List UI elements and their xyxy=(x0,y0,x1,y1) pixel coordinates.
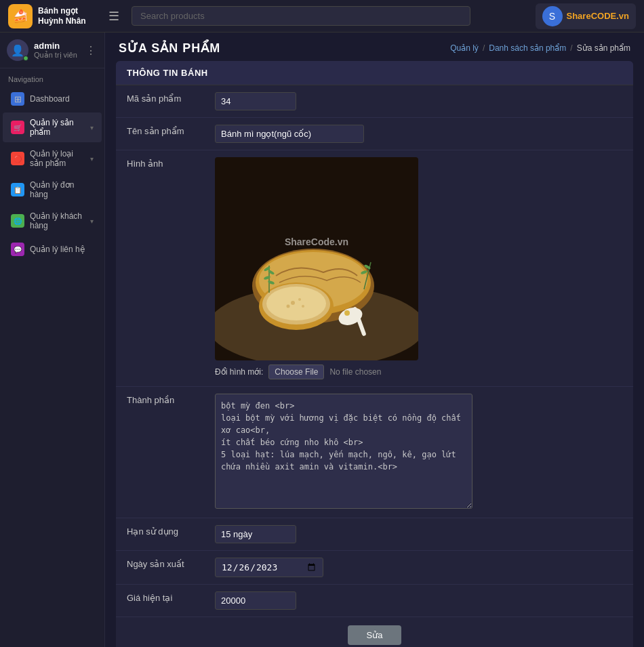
label-date: Ngày sản xuất xyxy=(116,551,204,585)
file-status: No file chosen xyxy=(329,367,381,377)
value-product-name xyxy=(204,118,633,150)
expiry-input[interactable] xyxy=(215,525,296,543)
form-row-price: Giá hiện tại xyxy=(116,585,633,617)
value-price xyxy=(204,585,633,617)
svg-point-8 xyxy=(291,301,295,305)
user-menu-button[interactable]: ⋮ xyxy=(84,43,98,58)
sidebar-item-label: Dashboard xyxy=(30,94,94,104)
sidebar: 👤 admin Quản trị viên ⋮ Navigation ⊞ Das… xyxy=(0,33,105,647)
nav-label: Navigation xyxy=(0,68,104,86)
product-image: ShareCode.vn xyxy=(215,157,418,360)
sidebar-item-label: Quản lý liên hệ xyxy=(30,245,94,254)
product-image-svg: ShareCode.vn xyxy=(215,157,418,360)
order-icon: 📋 xyxy=(11,183,24,196)
value-date xyxy=(204,551,633,585)
category-icon: 🔴 xyxy=(11,152,24,165)
brand-icon: S xyxy=(542,6,563,26)
manufacture-date-input[interactable] xyxy=(215,558,323,577)
chevron-down-icon: ▾ xyxy=(90,124,94,131)
file-input-button[interactable]: Choose File xyxy=(268,364,324,379)
form-table: Mã sản phẩm Tên sản phẩm Hình ảnh xyxy=(116,85,633,617)
breadcrumb-parent[interactable]: Danh sách sản phẩm xyxy=(489,43,566,53)
avatar: 👤 xyxy=(7,39,28,61)
form-row-image: Hình ảnh xyxy=(116,150,633,387)
contact-icon: 💬 xyxy=(11,243,24,256)
product-name-input[interactable] xyxy=(215,125,364,143)
online-indicator xyxy=(23,56,28,61)
breadcrumb-current: Sửa sản phẩm xyxy=(577,43,630,53)
chevron-down-icon: ▾ xyxy=(90,217,94,225)
chevron-down-icon: ▾ xyxy=(90,155,94,163)
search-input[interactable] xyxy=(132,6,470,26)
user-name: admin xyxy=(34,41,79,51)
sidebar-item-label: Quản lý sản phẩm xyxy=(30,118,85,137)
logo-text: Bánh ngọt Huỳnh Nhân xyxy=(38,6,86,26)
svg-point-7 xyxy=(266,287,326,320)
sidebar-item-label: Quản lý đơn hàng xyxy=(30,180,94,199)
price-input[interactable] xyxy=(215,591,296,610)
label-expiry: Hạn sử dụng xyxy=(116,518,204,551)
svg-text:ShareCode.vn: ShareCode.vn xyxy=(285,236,348,247)
submit-row: Sửa xyxy=(116,617,633,647)
sidebar-item-orders[interactable]: 📋 Quản lý đơn hàng xyxy=(3,175,102,205)
dashboard-icon: ⊞ xyxy=(11,92,24,106)
sidebar-item-customers[interactable]: 🌐 Quản lý khách hàng ▾ xyxy=(3,206,102,236)
ingredient-textarea[interactable]: bột mỳ đen <br> loại bột mỳ với hương vị… xyxy=(215,394,472,509)
label-image: Hình ảnh xyxy=(116,150,204,387)
form-row-ingredient: Thành phần bột mỳ đen <br> loại bột mỳ v… xyxy=(116,387,633,518)
label-ingredient: Thành phần xyxy=(116,387,204,518)
value-expiry xyxy=(204,518,633,551)
form-card-title: THÔNG TIN BÁNH xyxy=(127,68,622,78)
svg-point-14 xyxy=(344,310,350,316)
sidebar-item-contacts[interactable]: 💬 Quản lý liên hệ xyxy=(3,237,102,262)
svg-point-10 xyxy=(287,305,290,308)
form-card: THÔNG TIN BÁNH Mã sản phẩm Tên sản phẩm xyxy=(116,61,633,647)
value-ingredient: bột mỳ đen <br> loại bột mỳ với hương vị… xyxy=(204,387,633,518)
sidebar-item-label: Quản lý loại sản phẩm xyxy=(30,149,85,168)
sidebar-user: 👤 admin Quản trị viên ⋮ xyxy=(0,33,104,68)
product-icon: 🛒 xyxy=(11,121,24,134)
sidebar-item-dashboard[interactable]: ⊞ Dashboard xyxy=(3,87,102,111)
hamburger-button[interactable]: ☰ xyxy=(103,6,125,26)
label-product-code: Mã sản phẩm xyxy=(116,85,204,118)
change-image-label: Đổi hình mới: xyxy=(215,367,263,377)
page-header: SỬA SẢN PHẨM Quản lý / Danh sách sản phẩ… xyxy=(105,33,644,61)
form-row-code: Mã sản phẩm xyxy=(116,85,633,118)
brand-logo: S ShareCODE.vn xyxy=(536,3,637,29)
breadcrumb-separator: / xyxy=(483,43,485,53)
user-info: admin Quản trị viên xyxy=(34,41,79,60)
header: 🍰 Bánh ngọt Huỳnh Nhân ☰ S ShareCODE.vn xyxy=(0,0,644,33)
layout: 👤 admin Quản trị viên ⋮ Navigation ⊞ Das… xyxy=(0,33,644,647)
main-content: SỬA SẢN PHẨM Quản lý / Danh sách sản phẩ… xyxy=(105,33,644,647)
svg-point-11 xyxy=(302,305,304,308)
value-image: ShareCode.vn Đổi hình mới: Choose File N… xyxy=(204,150,633,387)
brand-text: ShareCODE.vn xyxy=(567,11,630,21)
sidebar-item-label: Quản lý khách hàng xyxy=(30,211,85,230)
label-product-name: Tên sản phẩm xyxy=(116,118,204,150)
svg-point-9 xyxy=(298,298,301,301)
submit-button[interactable]: Sửa xyxy=(348,625,402,645)
logo-icon: 🍰 xyxy=(8,4,33,28)
form-row-name: Tên sản phẩm xyxy=(116,118,633,150)
sidebar-item-categories[interactable]: 🔴 Quản lý loại sản phẩm ▾ xyxy=(3,144,102,173)
form-card-header: THÔNG TIN BÁNH xyxy=(116,61,633,85)
sidebar-item-products[interactable]: 🛒 Quản lý sản phẩm ▾ xyxy=(3,112,102,142)
customer-icon: 🌐 xyxy=(11,214,24,228)
page-title: SỬA SẢN PHẨM xyxy=(119,41,220,56)
product-code-input[interactable] xyxy=(215,92,296,110)
form-row-expiry: Hạn sử dụng xyxy=(116,518,633,551)
change-image-row: Đổi hình mới: Choose File No file chosen xyxy=(215,364,622,379)
logo: 🍰 Bánh ngọt Huỳnh Nhân xyxy=(8,4,96,28)
brand-logo-area: S ShareCODE.vn xyxy=(536,3,637,29)
user-role: Quản trị viên xyxy=(34,51,79,60)
value-product-code xyxy=(204,85,633,118)
breadcrumb: Quản lý / Danh sách sản phẩm / Sửa sản p… xyxy=(450,43,630,53)
label-price: Giá hiện tại xyxy=(116,585,204,617)
breadcrumb-separator: / xyxy=(570,43,572,53)
form-row-date: Ngày sản xuất xyxy=(116,551,633,585)
breadcrumb-home[interactable]: Quản lý xyxy=(450,43,479,53)
